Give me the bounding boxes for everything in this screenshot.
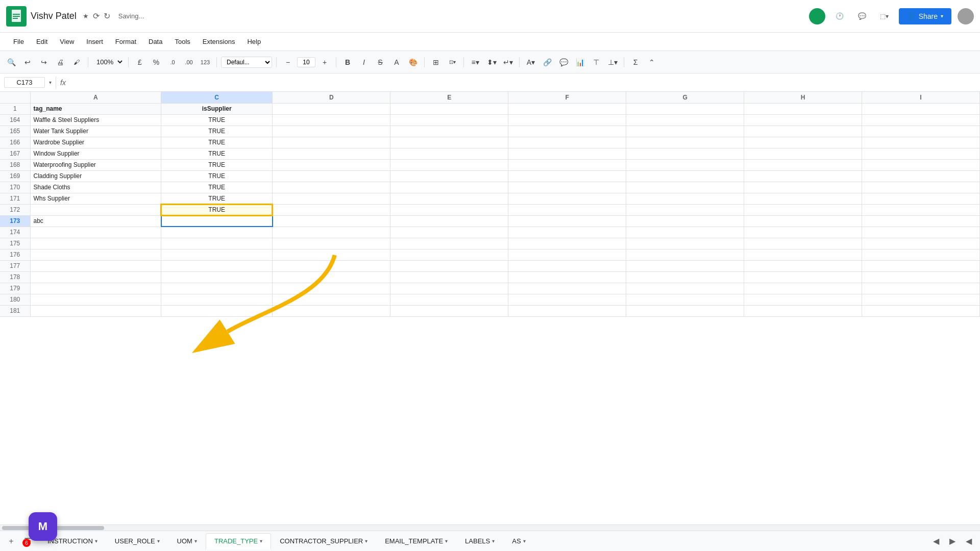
cell-col-h[interactable]: [744, 114, 862, 126]
merge-btn[interactable]: ⊡▾: [445, 55, 459, 69]
col-header-d[interactable]: D: [273, 92, 390, 103]
cell-col-h[interactable]: [744, 193, 862, 204]
cell-col-f[interactable]: [508, 271, 626, 283]
cell-col-g[interactable]: [626, 294, 744, 305]
cell-col-d[interactable]: [273, 159, 390, 170]
percent-btn[interactable]: %: [149, 55, 163, 69]
cell-col-d[interactable]: [273, 114, 390, 126]
cell-col-a[interactable]: Window Supplier: [30, 148, 161, 159]
tab-contractor-supplier[interactable]: CONTRACTOR_SUPPLIER ▾: [271, 533, 376, 549]
cell-col-f[interactable]: [508, 305, 626, 316]
col-header-a[interactable]: A: [30, 92, 161, 103]
link-btn[interactable]: 🔗: [540, 55, 554, 69]
cell-col-g[interactable]: [626, 238, 744, 249]
valign-btn[interactable]: ⬍▾: [484, 55, 499, 69]
font-size-decrease-btn[interactable]: −: [281, 55, 295, 69]
cell-col-f[interactable]: [508, 249, 626, 260]
cell-col-f[interactable]: [508, 170, 626, 182]
cell-col-c[interactable]: TRUE: [161, 204, 273, 215]
cell-col-d[interactable]: [273, 193, 390, 204]
menu-insert[interactable]: Insert: [81, 36, 108, 47]
formula-bar-dropdown[interactable]: ▾: [49, 80, 52, 85]
cell-col-d[interactable]: [273, 103, 390, 114]
cell-col-c[interactable]: TRUE: [161, 159, 273, 170]
cell-col-i[interactable]: [862, 159, 980, 170]
cell-col-e[interactable]: [390, 159, 508, 170]
cell-col-e[interactable]: [390, 227, 508, 238]
cell-col-e[interactable]: [390, 126, 508, 137]
cell-col-d[interactable]: [273, 126, 390, 137]
cell-col-g[interactable]: [626, 148, 744, 159]
align-btn[interactable]: ≡▾: [468, 55, 482, 69]
cell-col-e[interactable]: [390, 294, 508, 305]
cell-col-d[interactable]: [273, 249, 390, 260]
user-profile-green[interactable]: [809, 8, 825, 24]
cell-col-c[interactable]: [161, 271, 273, 283]
cell-col-g[interactable]: [626, 114, 744, 126]
cell-col-g[interactable]: [626, 193, 744, 204]
cell-col-e[interactable]: [390, 170, 508, 182]
cell-col-d[interactable]: [273, 148, 390, 159]
menu-help[interactable]: Help: [242, 36, 266, 47]
cell-col-c[interactable]: TRUE: [161, 193, 273, 204]
cell-col-h[interactable]: [744, 103, 862, 114]
cell-col-e[interactable]: [390, 114, 508, 126]
cell-col-a[interactable]: Waterproofing Supplier: [30, 159, 161, 170]
cell-col-g[interactable]: [626, 249, 744, 260]
cell-col-h[interactable]: [744, 294, 862, 305]
cell-col-a[interactable]: Shade Cloths: [30, 182, 161, 193]
expand-btn[interactable]: ⌃: [645, 55, 659, 69]
user-avatar[interactable]: [958, 8, 974, 24]
cell-col-a[interactable]: Whs Supplier: [30, 193, 161, 204]
col-header-h[interactable]: H: [744, 92, 862, 103]
cell-col-h[interactable]: [744, 271, 862, 283]
cell-col-e[interactable]: [390, 249, 508, 260]
borders-btn[interactable]: ⊞: [429, 55, 443, 69]
cell-col-h[interactable]: [744, 305, 862, 316]
cell-col-i[interactable]: [862, 103, 980, 114]
cell-col-d[interactable]: [273, 305, 390, 316]
cell-col-e[interactable]: [390, 305, 508, 316]
redo-btn[interactable]: ↪: [37, 55, 51, 69]
cell-col-e[interactable]: [390, 193, 508, 204]
cell-col-h[interactable]: [744, 260, 862, 271]
menu-file[interactable]: File: [8, 36, 29, 47]
col-header-i[interactable]: I: [862, 92, 980, 103]
print-btn[interactable]: 🖨: [53, 55, 67, 69]
cell-col-h[interactable]: [744, 182, 862, 193]
col-header-c[interactable]: C: [161, 92, 273, 103]
cell-col-a[interactable]: Wardrobe Supplier: [30, 137, 161, 148]
menu-format[interactable]: Format: [110, 36, 141, 47]
formula-input[interactable]: [70, 79, 976, 86]
cell-col-e[interactable]: [390, 137, 508, 148]
cell-col-h[interactable]: [744, 204, 862, 215]
horizontal-scrollbar[interactable]: [0, 524, 980, 531]
cell-col-g[interactable]: [626, 260, 744, 271]
cell-col-a[interactable]: abc: [30, 215, 161, 227]
cell-col-c[interactable]: [161, 238, 273, 249]
text-rotation-btn[interactable]: A▾: [524, 55, 538, 69]
cell-col-h[interactable]: [744, 215, 862, 227]
cell-col-c[interactable]: [161, 294, 273, 305]
cell-reference[interactable]: C173: [4, 77, 45, 88]
cell-col-g[interactable]: [626, 271, 744, 283]
cell-col-a[interactable]: [30, 204, 161, 215]
cell-col-f[interactable]: [508, 238, 626, 249]
cell-col-i[interactable]: [862, 271, 980, 283]
comment-btn[interactable]: 💬: [556, 55, 571, 69]
cell-col-i[interactable]: [862, 294, 980, 305]
cell-col-c[interactable]: TRUE: [161, 182, 273, 193]
search-btn[interactable]: 🔍: [4, 55, 18, 69]
cell-col-c[interactable]: [161, 227, 273, 238]
zoom-selector[interactable]: 100%: [92, 57, 124, 67]
cell-col-e[interactable]: [390, 204, 508, 215]
cell-col-i[interactable]: [862, 227, 980, 238]
cell-col-h[interactable]: [744, 249, 862, 260]
cell-col-e[interactable]: [390, 182, 508, 193]
cell-col-d[interactable]: [273, 294, 390, 305]
font-size-input[interactable]: [297, 57, 315, 67]
cell-col-h[interactable]: [744, 126, 862, 137]
cell-col-e[interactable]: [390, 260, 508, 271]
font-selector[interactable]: Defaul...: [221, 57, 272, 68]
text-color-btn[interactable]: A: [389, 55, 404, 69]
